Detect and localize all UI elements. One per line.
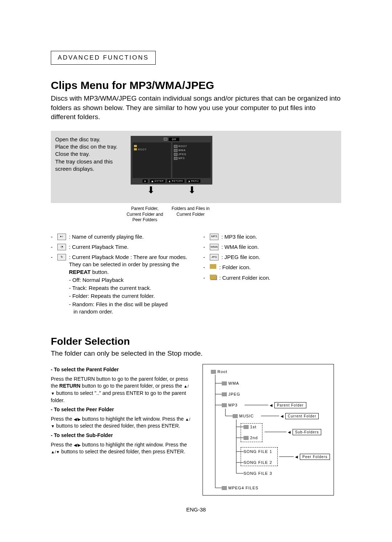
osd-nav-icon: ✥ <box>143 179 148 183</box>
folder-icon <box>222 403 227 407</box>
legend-text: : Current Folder icon. <box>219 274 341 282</box>
legend-text: : MP3 file icon. <box>221 233 341 240</box>
caption-left: Parent Folder, Current Folder and Peer F… <box>123 206 166 223</box>
legend-sub: - Folder: Repeats the current folder. <box>69 292 189 300</box>
instruction-heading: - To select the Peer Folder <box>51 406 192 413</box>
peer-group <box>241 447 278 466</box>
legend-text: : Name of currently playing file. <box>69 233 189 240</box>
section-heading: Folder Selection <box>51 336 341 347</box>
intro-paragraph: Discs with MP3/WMA/JPEG contain individu… <box>51 94 341 122</box>
folder-instructions: - To select the Parent Folder Press the … <box>51 364 192 458</box>
osd-root-label: ROOT <box>138 148 147 151</box>
osd-off-indicator: Off <box>169 138 179 141</box>
osd-left-panel: ROOT <box>132 142 171 178</box>
legend-text: : WMA file icon. <box>221 243 341 251</box>
page-title: Clips Menu for MP3/WMA/JPEG <box>51 79 341 92</box>
file-icon <box>174 149 177 152</box>
current-folder-icon <box>210 275 216 279</box>
label-parent-folder: Parent Folder <box>274 402 306 408</box>
repeat-icon: ↻ <box>57 254 66 260</box>
file-icon <box>174 157 177 160</box>
subfolder-group <box>241 423 262 442</box>
folder-icon <box>211 370 216 374</box>
folder-icon <box>222 486 227 490</box>
legend-text: : JPEG file icon. <box>221 254 341 261</box>
osd-enter-btn: ▣ENTER <box>150 179 165 183</box>
folder-icon <box>134 145 137 147</box>
osd-menu-btn: ◑MENU <box>187 179 200 183</box>
page-number: ENG-38 <box>51 506 341 513</box>
label-current-folder: Current Folder <box>285 413 319 419</box>
folder-icon <box>222 381 227 385</box>
jpeg-file-icon: JPG <box>210 254 219 260</box>
folder-icon <box>134 148 137 150</box>
osd-return-btn: ◐RETURN <box>167 179 184 183</box>
label-peer-folders: Peer Folders <box>300 454 330 460</box>
legend-text: : Folder icon. <box>219 264 341 271</box>
wma-file-icon: WMA <box>210 244 219 250</box>
file-icon <box>174 145 177 148</box>
disc-steps: Open the disc tray.Place the disc on the… <box>55 136 124 173</box>
instruction-heading: - To select the Parent Folder <box>51 366 192 373</box>
caption-right: Folders and Files in Current Folder <box>169 206 212 223</box>
file-icon <box>174 153 177 156</box>
clock-icon: ◔ <box>57 244 66 250</box>
section-label: ADVANCED FUNCTIONS <box>51 51 156 65</box>
folder-icon <box>210 264 216 269</box>
mp3-file-icon: MP3 <box>210 234 219 240</box>
onscreen-display: Off ROOT ROOT WMA JPEG MP3 ✥ <box>131 136 212 185</box>
legend-sub: - Track: Repeats the current track. <box>69 284 189 292</box>
legend-text: : Current Playback Mode : There are four… <box>69 254 187 275</box>
icon-legend: - ▸♪ : Name of currently playing file. -… <box>51 233 341 319</box>
status-icon <box>164 138 167 141</box>
arrow-down-icon: ⬇ <box>172 185 213 196</box>
screenshot-row: Open the disc tray.Place the disc on the… <box>51 131 341 203</box>
legend-sub: - Off: Normal Playback <box>69 276 189 284</box>
label-sub-folders: Sub-Folders <box>293 429 321 435</box>
osd-right-panel: ROOT WMA JPEG MP3 <box>172 142 211 178</box>
arrow-down-icon: ⬇ <box>131 185 172 196</box>
section-intro: The folder can only be selected in the S… <box>51 349 341 357</box>
legend-text: : Current Playback Time. <box>69 243 189 251</box>
folder-icon <box>233 414 238 418</box>
legend-sub: - Random: Files in the disc will be play… <box>69 301 189 316</box>
folder-icon <box>222 392 227 396</box>
folder-tree-diagram: Root WMA JPEG MP3 MUSIC 1st 2nd SONG FIL… <box>203 364 334 496</box>
instruction-heading: - To select the Sub-Folder <box>51 432 192 439</box>
now-playing-icon: ▸♪ <box>57 234 66 240</box>
